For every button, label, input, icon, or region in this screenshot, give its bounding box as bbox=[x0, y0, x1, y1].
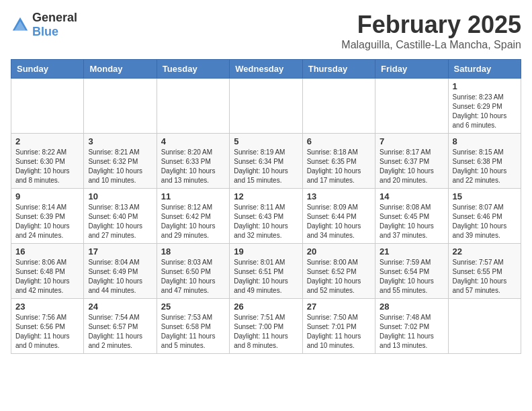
day-info: Sunrise: 8:11 AM Sunset: 6:43 PM Dayligh… bbox=[234, 203, 298, 240]
calendar-cell: 25Sunrise: 7:53 AM Sunset: 6:58 PM Dayli… bbox=[157, 299, 229, 354]
day-info: Sunrise: 8:06 AM Sunset: 6:48 PM Dayligh… bbox=[15, 258, 79, 295]
calendar-cell: 4Sunrise: 8:20 AM Sunset: 6:33 PM Daylig… bbox=[157, 134, 229, 189]
day-number: 12 bbox=[234, 191, 298, 201]
day-info: Sunrise: 7:56 AM Sunset: 6:56 PM Dayligh… bbox=[15, 313, 79, 351]
day-number: 2 bbox=[15, 136, 79, 146]
weekday-header: Saturday bbox=[448, 60, 521, 79]
calendar-week-row: 23Sunrise: 7:56 AM Sunset: 6:56 PM Dayli… bbox=[11, 299, 521, 354]
day-info: Sunrise: 8:23 AM Sunset: 6:29 PM Dayligh… bbox=[453, 93, 517, 130]
calendar: SundayMondayTuesdayWednesdayThursdayFrid… bbox=[11, 59, 521, 354]
day-number: 8 bbox=[453, 136, 517, 146]
calendar-week-row: 2Sunrise: 8:22 AM Sunset: 6:30 PM Daylig… bbox=[11, 134, 521, 189]
day-number: 20 bbox=[307, 246, 371, 257]
calendar-cell bbox=[230, 79, 302, 134]
calendar-cell bbox=[375, 79, 448, 134]
calendar-week-row: 1Sunrise: 8:23 AM Sunset: 6:29 PM Daylig… bbox=[11, 79, 521, 134]
day-info: Sunrise: 8:13 AM Sunset: 6:40 PM Dayligh… bbox=[88, 203, 152, 240]
day-info: Sunrise: 7:48 AM Sunset: 7:02 PM Dayligh… bbox=[380, 313, 443, 351]
logo: General Blue bbox=[11, 11, 77, 39]
calendar-cell bbox=[157, 79, 229, 134]
day-info: Sunrise: 7:59 AM Sunset: 6:54 PM Dayligh… bbox=[380, 258, 443, 295]
day-info: Sunrise: 8:21 AM Sunset: 6:32 PM Dayligh… bbox=[88, 148, 152, 185]
calendar-cell: 22Sunrise: 7:57 AM Sunset: 6:55 PM Dayli… bbox=[448, 244, 521, 299]
day-info: Sunrise: 8:12 AM Sunset: 6:42 PM Dayligh… bbox=[161, 203, 225, 240]
day-number: 17 bbox=[88, 246, 152, 257]
day-info: Sunrise: 8:00 AM Sunset: 6:52 PM Dayligh… bbox=[307, 258, 371, 295]
day-number: 24 bbox=[88, 302, 152, 312]
day-number: 5 bbox=[234, 136, 298, 146]
calendar-cell: 8Sunrise: 8:15 AM Sunset: 6:38 PM Daylig… bbox=[448, 134, 521, 189]
calendar-cell: 17Sunrise: 8:04 AM Sunset: 6:49 PM Dayli… bbox=[84, 244, 157, 299]
calendar-cell: 12Sunrise: 8:11 AM Sunset: 6:43 PM Dayli… bbox=[230, 189, 302, 244]
day-info: Sunrise: 8:07 AM Sunset: 6:46 PM Dayligh… bbox=[453, 203, 517, 240]
day-number: 22 bbox=[453, 246, 517, 257]
day-info: Sunrise: 8:18 AM Sunset: 6:35 PM Dayligh… bbox=[307, 148, 371, 185]
calendar-cell: 24Sunrise: 7:54 AM Sunset: 6:57 PM Dayli… bbox=[84, 299, 157, 354]
calendar-cell: 20Sunrise: 8:00 AM Sunset: 6:52 PM Dayli… bbox=[302, 244, 375, 299]
weekday-header: Sunday bbox=[11, 60, 84, 79]
day-info: Sunrise: 8:01 AM Sunset: 6:51 PM Dayligh… bbox=[234, 258, 298, 295]
calendar-cell: 16Sunrise: 8:06 AM Sunset: 6:48 PM Dayli… bbox=[11, 244, 84, 299]
day-number: 23 bbox=[15, 302, 79, 312]
calendar-cell: 19Sunrise: 8:01 AM Sunset: 6:51 PM Dayli… bbox=[230, 244, 302, 299]
day-info: Sunrise: 8:15 AM Sunset: 6:38 PM Dayligh… bbox=[453, 148, 517, 185]
calendar-header-row: SundayMondayTuesdayWednesdayThursdayFrid… bbox=[11, 60, 521, 79]
day-number: 16 bbox=[15, 246, 79, 257]
calendar-cell: 7Sunrise: 8:17 AM Sunset: 6:37 PM Daylig… bbox=[375, 134, 448, 189]
calendar-week-row: 16Sunrise: 8:06 AM Sunset: 6:48 PM Dayli… bbox=[11, 244, 521, 299]
day-number: 25 bbox=[161, 302, 225, 312]
day-number: 7 bbox=[380, 136, 443, 146]
day-info: Sunrise: 7:50 AM Sunset: 7:01 PM Dayligh… bbox=[307, 313, 371, 351]
day-number: 19 bbox=[234, 246, 298, 257]
day-number: 13 bbox=[307, 191, 371, 201]
calendar-cell: 23Sunrise: 7:56 AM Sunset: 6:56 PM Dayli… bbox=[11, 299, 84, 354]
calendar-cell bbox=[11, 79, 84, 134]
day-number: 6 bbox=[307, 136, 371, 146]
calendar-cell: 9Sunrise: 8:14 AM Sunset: 6:39 PM Daylig… bbox=[11, 189, 84, 244]
day-number: 4 bbox=[161, 136, 225, 146]
day-info: Sunrise: 8:17 AM Sunset: 6:37 PM Dayligh… bbox=[380, 148, 443, 185]
day-number: 18 bbox=[161, 246, 225, 257]
weekday-header: Monday bbox=[84, 60, 157, 79]
calendar-cell bbox=[84, 79, 157, 134]
day-number: 14 bbox=[380, 191, 443, 201]
calendar-cell: 27Sunrise: 7:50 AM Sunset: 7:01 PM Dayli… bbox=[302, 299, 375, 354]
day-number: 28 bbox=[380, 302, 443, 312]
header: General Blue February 2025 Malaguilla, C… bbox=[11, 11, 521, 51]
day-info: Sunrise: 7:54 AM Sunset: 6:57 PM Dayligh… bbox=[88, 313, 152, 351]
weekday-header: Thursday bbox=[302, 60, 375, 79]
calendar-cell: 5Sunrise: 8:19 AM Sunset: 6:34 PM Daylig… bbox=[230, 134, 302, 189]
logo-icon bbox=[11, 15, 30, 34]
title-area: February 2025 Malaguilla, Castille-La Ma… bbox=[341, 11, 521, 51]
calendar-cell: 26Sunrise: 7:51 AM Sunset: 7:00 PM Dayli… bbox=[230, 299, 302, 354]
day-info: Sunrise: 8:19 AM Sunset: 6:34 PM Dayligh… bbox=[234, 148, 298, 185]
calendar-cell: 3Sunrise: 8:21 AM Sunset: 6:32 PM Daylig… bbox=[84, 134, 157, 189]
day-info: Sunrise: 7:57 AM Sunset: 6:55 PM Dayligh… bbox=[453, 258, 517, 295]
calendar-cell: 28Sunrise: 7:48 AM Sunset: 7:02 PM Dayli… bbox=[375, 299, 448, 354]
day-number: 9 bbox=[15, 191, 79, 201]
day-number: 1 bbox=[453, 81, 517, 91]
calendar-cell: 18Sunrise: 8:03 AM Sunset: 6:50 PM Dayli… bbox=[157, 244, 229, 299]
day-number: 10 bbox=[88, 191, 152, 201]
day-number: 15 bbox=[453, 191, 517, 201]
day-info: Sunrise: 8:20 AM Sunset: 6:33 PM Dayligh… bbox=[161, 148, 225, 185]
day-info: Sunrise: 8:04 AM Sunset: 6:49 PM Dayligh… bbox=[88, 258, 152, 295]
calendar-cell bbox=[448, 299, 521, 354]
logo-text-blue: Blue bbox=[32, 25, 58, 38]
weekday-header: Friday bbox=[375, 60, 448, 79]
calendar-cell: 14Sunrise: 8:08 AM Sunset: 6:45 PM Dayli… bbox=[375, 189, 448, 244]
day-number: 11 bbox=[161, 191, 225, 201]
weekday-header: Tuesday bbox=[157, 60, 229, 79]
day-number: 27 bbox=[307, 302, 371, 312]
calendar-cell bbox=[302, 79, 375, 134]
day-number: 21 bbox=[380, 246, 443, 257]
calendar-cell: 13Sunrise: 8:09 AM Sunset: 6:44 PM Dayli… bbox=[302, 189, 375, 244]
day-info: Sunrise: 8:14 AM Sunset: 6:39 PM Dayligh… bbox=[15, 203, 79, 240]
day-number: 26 bbox=[234, 302, 298, 312]
location-title: Malaguilla, Castille-La Mancha, Spain bbox=[341, 39, 521, 51]
calendar-cell: 10Sunrise: 8:13 AM Sunset: 6:40 PM Dayli… bbox=[84, 189, 157, 244]
calendar-cell: 2Sunrise: 8:22 AM Sunset: 6:30 PM Daylig… bbox=[11, 134, 84, 189]
day-info: Sunrise: 8:09 AM Sunset: 6:44 PM Dayligh… bbox=[307, 203, 371, 240]
calendar-cell: 21Sunrise: 7:59 AM Sunset: 6:54 PM Dayli… bbox=[375, 244, 448, 299]
calendar-cell: 11Sunrise: 8:12 AM Sunset: 6:42 PM Dayli… bbox=[157, 189, 229, 244]
